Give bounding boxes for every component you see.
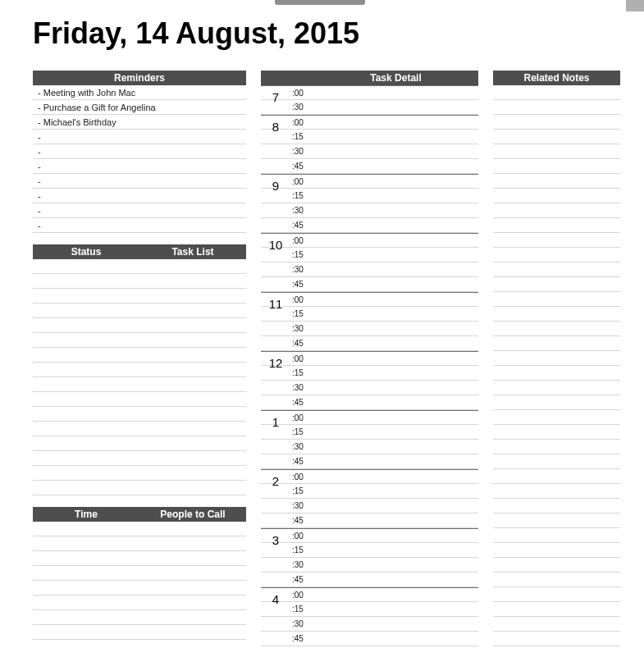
tasklist-row[interactable] [33, 392, 246, 407]
calls-row[interactable] [33, 536, 246, 551]
tasklist-cell-task[interactable] [139, 451, 246, 466]
taskdetail-content-cell[interactable] [313, 543, 478, 557]
taskdetail-content-cell[interactable] [313, 588, 478, 601]
taskdetail-content-cell[interactable] [313, 573, 478, 586]
taskdetail-content-cell[interactable] [313, 262, 478, 276]
taskdetail-row[interactable]: :00 [261, 351, 478, 366]
tasklist-row[interactable] [33, 333, 246, 348]
tasklist-cell-status[interactable] [33, 348, 139, 363]
calls-cell-person[interactable] [139, 522, 246, 536]
tasklist-row[interactable] [33, 481, 246, 495]
calls-cell-time[interactable] [33, 581, 139, 596]
calls-row[interactable] [33, 610, 246, 625]
calls-cell-time[interactable] [33, 596, 139, 610]
notes-line[interactable] [493, 277, 620, 292]
taskdetail-content-cell[interactable] [313, 189, 478, 203]
tasklist-cell-task[interactable] [139, 333, 246, 348]
calls-row[interactable] [33, 551, 246, 566]
notes-line[interactable] [493, 174, 620, 189]
taskdetail-row[interactable]: :30 [261, 203, 478, 218]
calls-cell-person[interactable] [139, 625, 246, 640]
reminder-line[interactable]: - [33, 218, 246, 233]
taskdetail-content-cell[interactable] [313, 234, 478, 247]
tasklist-cell-status[interactable] [33, 303, 139, 318]
taskdetail-content-cell[interactable] [313, 130, 478, 144]
notes-line[interactable] [493, 322, 620, 336]
calls-cell-time[interactable] [33, 610, 139, 625]
taskdetail-row[interactable]: :15 [261, 543, 478, 558]
taskdetail-content-cell[interactable] [313, 381, 478, 395]
notes-line[interactable] [493, 100, 620, 115]
tasklist-cell-task[interactable] [139, 259, 246, 274]
notes-line[interactable] [493, 203, 620, 218]
reminder-line[interactable]: - [33, 189, 246, 203]
notes-line[interactable] [493, 425, 620, 440]
taskdetail-content-cell[interactable] [313, 352, 478, 365]
notes-line[interactable] [493, 558, 620, 573]
calls-row[interactable] [33, 625, 246, 640]
tasklist-cell-status[interactable] [33, 333, 139, 348]
taskdetail-content-cell[interactable] [313, 248, 478, 262]
notes-line[interactable] [493, 573, 620, 587]
taskdetail-content-cell[interactable] [313, 116, 478, 129]
reminder-line[interactable]: - [33, 203, 246, 218]
tasklist-cell-task[interactable] [139, 377, 246, 392]
taskdetail-content-cell[interactable] [313, 454, 478, 468]
taskdetail-content-cell[interactable] [313, 632, 478, 646]
taskdetail-row[interactable]: :00 [261, 469, 478, 484]
calls-cell-time[interactable] [33, 625, 139, 640]
taskdetail-row[interactable]: :45 [261, 573, 478, 587]
tasklist-cell-status[interactable] [33, 392, 139, 407]
tasklist-cell-status[interactable] [33, 451, 139, 466]
calls-cell-person[interactable] [139, 581, 246, 596]
reminder-line[interactable]: - [33, 130, 246, 144]
notes-line[interactable] [493, 528, 620, 543]
taskdetail-content-cell[interactable] [313, 395, 478, 409]
tasklist-row[interactable] [33, 274, 246, 289]
reminder-line[interactable]: - Meeting with John Mac [33, 85, 246, 100]
calls-cell-person[interactable] [139, 596, 246, 610]
taskdetail-content-cell[interactable] [313, 100, 478, 114]
tasklist-row[interactable] [33, 451, 246, 466]
notes-line[interactable] [493, 351, 620, 366]
tasklist-cell-task[interactable] [139, 318, 246, 333]
notes-line[interactable] [493, 543, 620, 558]
taskdetail-row[interactable]: :45 [261, 218, 478, 233]
notes-line[interactable] [493, 159, 620, 174]
taskdetail-content-cell[interactable] [313, 499, 478, 513]
tasklist-cell-status[interactable] [33, 289, 139, 303]
taskdetail-row[interactable]: :45 [261, 632, 478, 646]
tasklist-row[interactable] [33, 259, 246, 274]
taskdetail-content-cell[interactable] [313, 558, 478, 572]
tasklist-cell-task[interactable] [139, 303, 246, 318]
calls-row[interactable] [33, 566, 246, 581]
tasklist-cell-status[interactable] [33, 377, 139, 392]
taskdetail-content-cell[interactable] [313, 175, 478, 188]
taskdetail-row[interactable]: :30 [261, 100, 478, 115]
taskdetail-row[interactable]: :15 [261, 189, 478, 203]
tasklist-cell-task[interactable] [139, 348, 246, 363]
reminder-line[interactable]: - [33, 144, 246, 159]
notes-line[interactable] [493, 499, 620, 513]
taskdetail-row[interactable]: :00 [261, 174, 478, 189]
tasklist-cell-status[interactable] [33, 436, 139, 451]
notes-line[interactable] [493, 189, 620, 203]
tasklist-cell-status[interactable] [33, 481, 139, 495]
taskdetail-content-cell[interactable] [313, 411, 478, 424]
tasklist-cell-task[interactable] [139, 436, 246, 451]
tasklist-cell-task[interactable] [139, 363, 246, 377]
taskdetail-row[interactable]: :00 [261, 587, 478, 602]
taskdetail-row[interactable]: :45 [261, 159, 478, 174]
taskdetail-content-cell[interactable] [313, 159, 478, 173]
notes-line[interactable] [493, 469, 620, 484]
tasklist-row[interactable] [33, 303, 246, 318]
taskdetail-content-cell[interactable] [313, 322, 478, 335]
tasklist-row[interactable] [33, 348, 246, 363]
tasklist-cell-task[interactable] [139, 466, 246, 481]
notes-line[interactable] [493, 85, 620, 100]
calls-cell-time[interactable] [33, 536, 139, 551]
taskdetail-row[interactable]: :00 [261, 292, 478, 307]
taskdetail-row[interactable]: :30 [261, 499, 478, 513]
taskdetail-row[interactable]: :45 [261, 336, 478, 351]
calls-cell-person[interactable] [139, 536, 246, 551]
